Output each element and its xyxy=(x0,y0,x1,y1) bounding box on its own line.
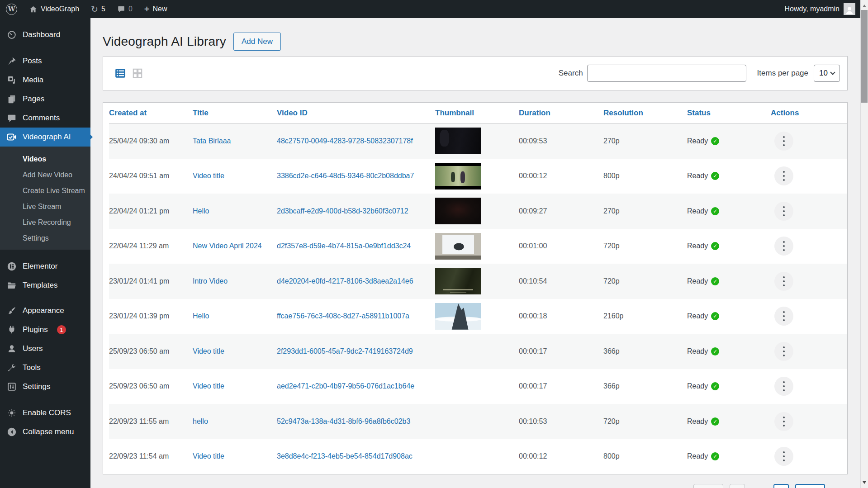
sidebar-item-label: Appearance xyxy=(23,306,64,315)
search-input[interactable] xyxy=(587,65,746,82)
created-at-cell: 22/09/23 11:54 am xyxy=(109,452,193,460)
submenu-item-live-recording[interactable]: Live Recording xyxy=(0,214,90,230)
status-cell: Ready✓ xyxy=(687,172,771,180)
list-view-button[interactable] xyxy=(114,67,127,80)
submenu-item-create-live-stream[interactable]: Create Live Stream xyxy=(0,183,90,199)
row-actions-button[interactable] xyxy=(774,202,793,221)
row-actions-button[interactable] xyxy=(774,272,793,291)
video-title-link[interactable]: Video title xyxy=(193,382,277,390)
video-id-link[interactable]: 52c9473a-138a-4d31-8bf6-96a8fb6c02b3 xyxy=(277,417,435,426)
items-per-page-select[interactable]: 10 xyxy=(814,65,840,82)
row-actions-button[interactable] xyxy=(774,132,793,151)
row-actions-button[interactable] xyxy=(774,307,793,326)
comments-link[interactable]: 0 xyxy=(111,0,138,18)
status-cell: Ready✓ xyxy=(687,137,771,145)
video-id-link[interactable]: ffcae756-76c3-408c-8d27-a58911b1007a xyxy=(277,312,435,320)
video-title-link[interactable]: Hello xyxy=(193,312,277,320)
sidebar-item-collapse-menu[interactable]: Collapse menu xyxy=(0,422,90,441)
status-label: Ready xyxy=(687,277,708,285)
row-actions-button[interactable] xyxy=(774,342,793,361)
video-thumbnail[interactable] xyxy=(435,198,481,224)
grid-view-button[interactable] xyxy=(131,67,144,80)
vertical-scrollbar[interactable] xyxy=(860,0,868,488)
sidebar-item-dashboard[interactable]: Dashboard xyxy=(0,25,90,44)
sidebar-item-videograph-ai[interactable]: Videograph AI xyxy=(0,128,90,147)
sidebar-spacer xyxy=(0,250,90,257)
column-header-video-id[interactable]: Video ID xyxy=(277,109,435,118)
admin-bar-account[interactable]: Howdy, myadmin xyxy=(784,0,868,18)
column-header-resolution[interactable]: Resolution xyxy=(603,109,687,118)
video-title-link[interactable]: Tata Birlaaa xyxy=(193,137,277,145)
resolution-cell: 720p xyxy=(603,242,687,250)
check-circle-icon: ✓ xyxy=(711,382,719,390)
video-title-link[interactable]: Video title xyxy=(193,347,277,355)
sidebar-item-users[interactable]: Users xyxy=(0,339,90,358)
sidebar-item-posts[interactable]: Posts xyxy=(0,52,90,71)
sidebar-item-tools[interactable]: Tools xyxy=(0,358,90,377)
video-thumbnail[interactable] xyxy=(435,128,481,154)
video-id-link[interactable]: 48c27570-0049-4283-9728-50832307178f xyxy=(277,137,435,145)
video-id-link[interactable]: 2d3bcaff-e2d9-400d-b58d-32b60f3c0712 xyxy=(277,207,435,215)
video-title-link[interactable]: New Video April 2024 xyxy=(193,242,277,250)
sidebar-item-comments[interactable]: Comments xyxy=(0,109,90,128)
video-thumbnail[interactable] xyxy=(435,303,481,330)
sidebar-item-media[interactable]: Media xyxy=(0,71,90,90)
video-id-link[interactable]: aed2e471-c2b0-4b97-9b56-076d1ac1b64e xyxy=(277,382,435,390)
video-title-link[interactable]: hello xyxy=(193,417,277,426)
add-new-button[interactable]: Add New xyxy=(233,33,281,51)
pagination-button-next[interactable] xyxy=(795,484,825,488)
video-title-link[interactable]: Hello xyxy=(193,207,277,215)
row-actions-button[interactable] xyxy=(774,377,793,396)
video-id-link[interactable]: d2f357e8-d59e-4b74-815a-0e9bf1dd3c24 xyxy=(277,242,435,250)
pages-icon xyxy=(6,94,17,104)
video-thumbnail[interactable] xyxy=(435,163,481,190)
row-actions-button[interactable] xyxy=(774,237,793,256)
table-row: 24/04/24 09:51 am Video title 3386cd2e-c… xyxy=(109,159,847,194)
video-camera-icon xyxy=(6,132,17,142)
sidebar-item-elementor[interactable]: Elementor xyxy=(0,257,90,276)
folder-icon xyxy=(6,280,17,291)
pagination-button-first[interactable] xyxy=(693,484,723,488)
scrollbar-thumb[interactable] xyxy=(861,10,868,103)
row-actions-button[interactable] xyxy=(774,412,793,431)
submenu-item-settings[interactable]: Settings xyxy=(0,230,90,246)
site-link[interactable]: VideoGraph xyxy=(23,0,85,18)
sidebar-item-pages[interactable]: Pages xyxy=(0,90,90,109)
sidebar-item-enable-cors[interactable]: Enable CORS xyxy=(0,403,90,422)
pagination-button-prev[interactable] xyxy=(730,484,745,488)
table-row: 22/09/23 11:54 am Video title 3e8d8e4c-f… xyxy=(109,439,847,474)
sidebar-item-settings[interactable]: Settings xyxy=(0,377,90,396)
status-label: Ready xyxy=(687,172,708,180)
column-header-thumbnail[interactable]: Thumbnail xyxy=(435,109,519,118)
column-header-duration[interactable]: Duration xyxy=(519,109,603,118)
submenu-item-live-stream[interactable]: Live Stream xyxy=(0,199,90,214)
wordpress-menu[interactable]: W xyxy=(0,0,23,18)
video-id-link[interactable]: 2f293dd1-6005-45a7-9dc2-7419163724d9 xyxy=(277,347,435,355)
video-thumbnail[interactable] xyxy=(435,268,481,294)
submenu-item-add-new-video[interactable]: Add New Video xyxy=(0,167,90,183)
table-row: 25/04/24 09:30 am Tata Birlaaa 48c27570-… xyxy=(109,123,847,159)
video-id-link[interactable]: d4e20204-e0fd-4217-8106-3d8aea2a14e6 xyxy=(277,277,435,285)
updates-link[interactable]: ↻ 5 xyxy=(85,0,111,18)
video-title-link[interactable]: Video title xyxy=(193,172,277,180)
submenu-item-videos[interactable]: Videos xyxy=(0,151,90,167)
new-content-link[interactable]: + New xyxy=(138,0,173,18)
video-id-link[interactable]: 3e8d8e4c-f213-4eb5-be54-854d17d908ac xyxy=(277,452,435,460)
sidebar-item-appearance[interactable]: Appearance xyxy=(0,301,90,320)
video-title-link[interactable]: Intro Video xyxy=(193,277,277,285)
status-label: Ready xyxy=(687,137,708,145)
video-thumbnail[interactable] xyxy=(435,233,481,260)
column-header-title[interactable]: Title xyxy=(193,109,277,118)
row-actions-button[interactable] xyxy=(774,447,793,466)
pagination-button-page[interactable] xyxy=(773,484,789,488)
row-actions-button[interactable] xyxy=(774,166,793,185)
scroll-up-arrow-icon[interactable] xyxy=(863,3,866,7)
sidebar-item-plugins[interactable]: Plugins 1 xyxy=(0,320,90,339)
column-header-status[interactable]: Status xyxy=(687,109,771,118)
scroll-down-arrow-icon[interactable] xyxy=(863,481,866,486)
sidebar-item-templates[interactable]: Templates xyxy=(0,276,90,295)
column-header-created-at[interactable]: Created at xyxy=(109,109,193,118)
video-title-link[interactable]: Video title xyxy=(193,452,277,460)
video-id-link[interactable]: 3386cd2e-c646-48d5-9346-80c2b08ddba7 xyxy=(277,172,435,180)
status-label: Ready xyxy=(687,382,708,390)
